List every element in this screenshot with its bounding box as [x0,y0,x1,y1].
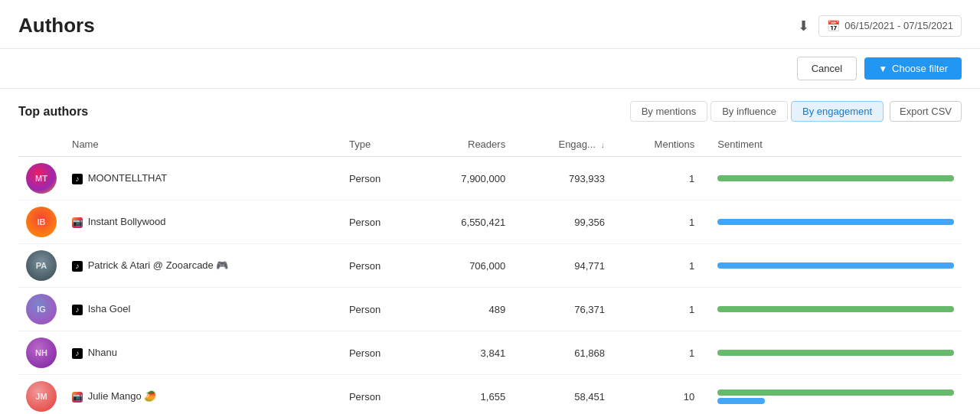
readers-cell: 3,841 [417,331,514,375]
sentiment-bars [717,262,954,269]
sentiment-bars [717,350,954,356]
sentiment-bars [717,390,954,404]
type-cell: Person [341,157,417,200]
type-cell: Person [341,200,417,244]
avatar: NH [26,337,57,368]
tab-by-mentions[interactable]: By mentions [630,101,708,122]
author-name: Instant Bollywood [88,216,166,227]
avatar: IB [26,207,57,237]
date-range-picker[interactable]: 📅 06/15/2021 - 07/15/2021 [818,15,962,37]
table-row: IG ♪ Isha Goel Person 489 76,371 1 [18,288,962,331]
cancel-button[interactable]: Cancel [797,57,857,80]
avatar: IG [26,294,57,324]
readers-cell: 489 [417,288,514,331]
section-title: Top authors [18,105,88,119]
mentions-cell: 1 [612,331,702,375]
avatar-initials: MT [35,174,47,183]
page-title: Authors [18,14,95,37]
platform-icon: ♪ [72,303,85,315]
col-sentiment-header: Sentiment [702,132,962,157]
name-cell: ♪ MOONTELLTHAT [64,157,341,200]
col-engagement-header[interactable]: Engag... ↓ [513,132,612,157]
sentiment-green-bar [717,390,954,396]
avatar-cell: MT [18,157,64,200]
table-row: JM 📷 Julie Mango 🥭 Person 1,655 58,451 1… [18,375,962,415]
avatar-cell: JM [18,375,64,415]
avatar-initials: IG [37,305,46,314]
tab-by-influence[interactable]: By influence [710,101,788,122]
platform-icon: ♪ [72,259,85,271]
sentiment-blue-bar [717,398,765,404]
avatar: JM [26,381,57,412]
sentiment-cell [702,244,962,288]
author-name: MOONTELLTHAT [88,172,168,184]
platform-icon: ♪ [72,347,85,358]
sentiment-cell [702,200,962,244]
avatar-cell: IG [18,288,64,331]
readers-cell: 706,000 [417,244,514,288]
table-row: NH ♪ Nhanu Person 3,841 61,868 1 [18,331,962,375]
avatar: PA [26,250,57,281]
sentiment-cell [702,375,962,415]
tiktok-icon: ♪ [72,261,83,272]
table-row: MT ♪ MOONTELLTHAT Person 7,900,000 793,9… [18,157,962,200]
toolbar: Cancel ▼ Choose filter [0,49,980,89]
tiktok-icon: ♪ [72,305,83,315]
avatar-initials: NH [35,348,47,357]
platform-icon: 📷 [72,216,85,227]
readers-cell: 1,655 [417,375,514,415]
sentiment-cell [702,288,962,331]
instagram-icon: 📷 [72,392,83,403]
sentiment-green-bar [717,175,954,181]
instagram-icon: 📷 [72,217,83,228]
sentiment-bars [717,175,954,181]
readers-cell: 7,900,000 [417,157,514,200]
calendar-icon: 📅 [827,20,840,32]
page: Authors ⬇ 📅 06/15/2021 - 07/15/2021 Canc… [0,0,980,414]
mentions-cell: 1 [612,200,702,244]
date-range-label: 06/15/2021 - 07/15/2021 [844,20,953,31]
author-name: Julie Mango 🥭 [88,390,157,402]
author-name: Isha Goel [88,303,131,315]
sentiment-blue-bar [717,262,954,269]
engagement-cell: 94,771 [513,244,612,288]
author-name: Nhanu [88,347,117,358]
platform-icon: 📷 [72,390,85,402]
tab-by-engagement[interactable]: By engagement [791,101,884,122]
mentions-cell: 1 [612,244,702,288]
engagement-cell: 76,371 [513,288,612,331]
sentiment-bars [717,219,954,225]
table-row: IB 📷 Instant Bollywood Person 6,550,421 … [18,200,962,244]
section-header: Top authors By mentions By influence By … [18,101,962,122]
col-type-header: Type [341,132,417,157]
col-avatar [18,132,64,157]
header: Authors ⬇ 📅 06/15/2021 - 07/15/2021 [0,0,980,49]
type-cell: Person [341,288,417,331]
authors-table: Name Type Readers Engag... ↓ Mentions Se… [18,132,962,414]
author-name: Patrick & Atari @ Zooarcade 🎮 [88,259,229,271]
col-mentions-header: Mentions [612,132,702,157]
name-cell: ♪ Isha Goel [64,288,341,331]
avatar-initials: IB [38,217,46,227]
type-cell: Person [341,375,417,415]
avatar-initials: PA [36,261,47,270]
name-cell: 📷 Julie Mango 🥭 [64,375,341,415]
export-csv-button[interactable]: Export CSV [890,101,962,122]
engagement-cell: 793,933 [513,157,612,200]
content-area: Top authors By mentions By influence By … [0,89,980,414]
engagement-cell: 58,451 [513,375,612,415]
table-row: PA ♪ Patrick & Atari @ Zooarcade 🎮 Perso… [18,244,962,288]
avatar-cell: NH [18,331,64,375]
name-cell: 📷 Instant Bollywood [64,200,341,244]
engagement-cell: 61,868 [513,331,612,375]
sentiment-cell [702,157,962,200]
col-name-header: Name [64,132,341,157]
tiktok-icon: ♪ [72,348,83,359]
avatar-cell: PA [18,244,64,288]
engagement-cell: 99,356 [513,200,612,244]
sentiment-green-bar [717,350,954,356]
download-icon[interactable]: ⬇ [798,18,809,34]
choose-filter-button[interactable]: ▼ Choose filter [864,57,962,80]
avatar: MT [26,163,57,194]
sentiment-blue-bar [717,219,954,225]
